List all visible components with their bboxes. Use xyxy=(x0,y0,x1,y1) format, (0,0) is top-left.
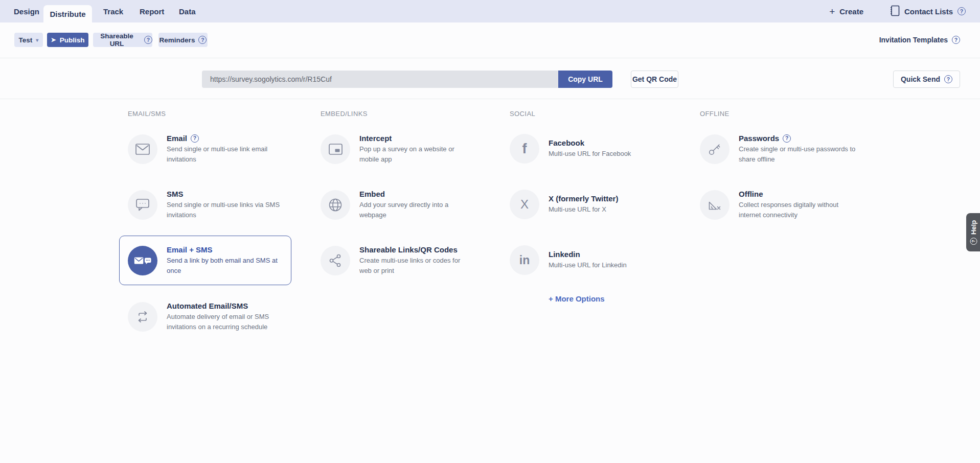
option-title: Intercept xyxy=(359,134,392,143)
tab-data[interactable]: Data xyxy=(179,0,196,22)
help-icon: ? xyxy=(952,36,960,44)
sms-icon xyxy=(128,190,157,220)
option-description: Create multi-use links or codes for web … xyxy=(359,256,473,275)
help-icon: ? xyxy=(198,36,207,44)
share-icon xyxy=(321,246,350,275)
option-title: Passwords xyxy=(739,134,779,143)
offline-icon xyxy=(700,190,730,220)
linkedin-icon: in xyxy=(510,245,539,275)
option-description: Multi-use URL for Facebook xyxy=(549,149,671,159)
tab-report[interactable]: Report xyxy=(140,0,164,22)
option-description: Add your survey directly into a webpage xyxy=(359,200,473,220)
option-description: Automate delivery of email or SMS invita… xyxy=(167,312,283,332)
option-title: Embed xyxy=(359,190,385,198)
get-qr-code-button[interactable]: Get QR Code xyxy=(631,71,678,88)
contact-lists-button[interactable]: Contact Lists ? xyxy=(890,5,966,18)
help-icon[interactable]: ? xyxy=(783,134,791,143)
create-button[interactable]: + Create xyxy=(829,7,863,16)
survey-state-dropdown[interactable]: Test ▾ xyxy=(14,33,43,47)
shareable-url-label: Shareable URL xyxy=(93,32,141,48)
publish-button[interactable]: ➤ Publish xyxy=(47,33,88,47)
help-icon: ? xyxy=(144,36,152,44)
option-description: Pop up a survey on a website or mobile a… xyxy=(359,144,473,164)
survey-state-label: Test xyxy=(19,36,33,44)
copy-url-button[interactable]: Copy URL xyxy=(558,71,612,88)
create-label: Create xyxy=(839,7,863,16)
option-title: X (formerly Twitter) xyxy=(549,194,618,203)
quick-send-button[interactable]: Quick Send ? xyxy=(893,71,960,88)
url-row-divider xyxy=(0,99,980,99)
option-title: Automated Email/SMS xyxy=(167,302,248,310)
help-icon[interactable]: ? xyxy=(191,134,199,143)
contact-lists-label: Contact Lists xyxy=(904,7,953,16)
option-title: Email + SMS xyxy=(167,245,213,254)
tab-design[interactable]: Design xyxy=(14,0,39,22)
help-label: Help xyxy=(969,220,977,234)
column-header-embed-links: EMBED/LINKS xyxy=(321,110,368,118)
invitation-templates-label: Invitation Templates xyxy=(879,36,948,44)
distribute-option-passwords[interactable]: Passwords ? Create single or multi-use p… xyxy=(700,134,860,164)
tabbar-right-actions: + Create Contact Lists ? xyxy=(829,0,966,22)
distribute-option-automated-email-sms[interactable]: Automated Email/SMS Automate delivery of… xyxy=(128,302,283,332)
reminders-button[interactable]: Reminders ? xyxy=(158,33,208,47)
shareable-url-button[interactable]: Shareable URL ? xyxy=(93,33,152,47)
column-header-email-sms: EMAIL/SMS xyxy=(128,110,166,118)
distribute-option-embed[interactable]: Embed Add your survey directly into a we… xyxy=(321,190,473,220)
main-tab-bar: Design Distribute Track Report Data + Cr… xyxy=(0,0,980,22)
key-icon xyxy=(700,134,730,164)
help-icon[interactable]: ? xyxy=(958,7,966,15)
option-description: Create single or multi-use passwords to … xyxy=(739,144,860,164)
option-title: Email xyxy=(167,134,187,143)
help-tab[interactable]: ? Help xyxy=(966,213,980,251)
column-header-offline: OFFLINE xyxy=(700,110,730,118)
chevron-down-icon: ▾ xyxy=(36,37,38,43)
distribute-option-offline[interactable]: Offline Collect responses digitally with… xyxy=(700,190,860,220)
option-title: Shareable Links/QR Codes xyxy=(359,245,458,254)
option-description: Multi-use URL for X xyxy=(549,204,671,215)
option-title: Facebook xyxy=(549,138,584,147)
reminders-label: Reminders xyxy=(159,36,195,44)
publish-label: Publish xyxy=(60,36,85,44)
option-description: Multi-use URL for Linkedin xyxy=(549,260,671,270)
x-twitter-icon: X xyxy=(510,190,539,219)
distribute-page: Design Distribute Track Report Data + Cr… xyxy=(0,0,980,463)
distribute-option-facebook[interactable]: f Facebook Multi-use URL for Facebook xyxy=(510,134,671,164)
option-title: Linkedin xyxy=(549,250,580,259)
distribute-option-email-plus-sms[interactable]: Email + SMS Send a link by both email an… xyxy=(119,236,291,285)
toolbar-divider xyxy=(0,58,980,58)
recurring-icon xyxy=(128,302,157,332)
distribute-option-intercept[interactable]: Intercept Pop up a survey on a website o… xyxy=(321,134,473,164)
option-title: SMS xyxy=(167,190,184,198)
distribute-option-email[interactable]: Email ? Send single or multi-use link em… xyxy=(128,134,283,164)
help-icon: ? xyxy=(944,75,952,83)
popup-window-icon xyxy=(321,134,350,164)
option-description: Send a link by both email and SMS at onc… xyxy=(167,256,285,275)
email-icon xyxy=(128,134,157,164)
option-title: Offline xyxy=(739,190,763,198)
more-options-link[interactable]: + More Options xyxy=(549,294,605,303)
distribute-option-linkedin[interactable]: in Linkedin Multi-use URL for Linkedin xyxy=(510,245,671,275)
survey-url-input[interactable] xyxy=(202,71,558,88)
option-description: Send single or multi-use link email invi… xyxy=(167,144,283,164)
tab-track[interactable]: Track xyxy=(103,0,123,22)
invitation-templates-link[interactable]: Invitation Templates ? xyxy=(879,33,960,47)
tab-distribute[interactable]: Distribute xyxy=(43,5,92,22)
facebook-icon: f xyxy=(510,134,539,164)
send-icon: ➤ xyxy=(51,37,56,43)
globe-icon xyxy=(321,190,350,220)
distribute-option-sms[interactable]: SMS Send single or multi-use links via S… xyxy=(128,190,283,220)
email-plus-sms-icon xyxy=(128,246,157,275)
column-header-social: SOCIAL xyxy=(510,110,535,118)
plus-icon: + xyxy=(829,7,835,16)
help-icon: ? xyxy=(970,238,977,245)
option-description: Send single or multi-use links via SMS i… xyxy=(167,200,283,220)
address-book-icon xyxy=(890,5,900,18)
distribute-option-shareable-links-qr[interactable]: Shareable Links/QR Codes Create multi-us… xyxy=(321,245,473,275)
quick-send-label: Quick Send xyxy=(901,75,940,83)
distribute-option-x-twitter[interactable]: X X (formerly Twitter) Multi-use URL for… xyxy=(510,190,671,219)
option-description: Collect responses digitally without inte… xyxy=(739,200,860,220)
